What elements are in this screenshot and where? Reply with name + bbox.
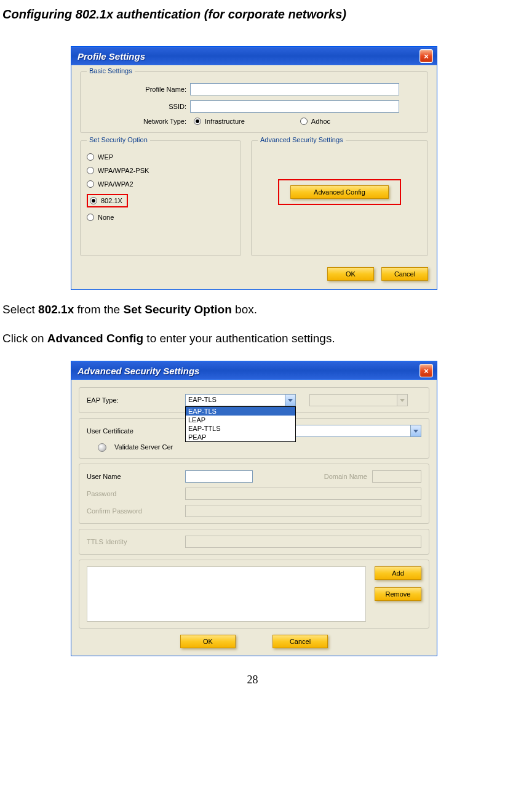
eap-option[interactable]: PEAP (186, 433, 295, 441)
chevron-down-icon[interactable] (410, 425, 421, 436)
ttls-identity-label: TTLS Identity (87, 538, 185, 545)
wep-radio[interactable]: WEP (87, 153, 234, 161)
group-legend: Basic Settings (87, 67, 135, 74)
802-1x-radio[interactable]: 802.1X (89, 196, 126, 206)
eap-option[interactable]: LEAP (186, 416, 295, 424)
close-icon[interactable]: × (420, 49, 433, 63)
radio-label: 802.1X (101, 197, 122, 204)
highlight-802-1x: 802.1X (87, 194, 128, 207)
radio-label: None (98, 214, 114, 221)
cancel-button[interactable]: Cancel (381, 267, 428, 281)
advanced-security-window: Advanced Security Settings × EAP Type: E… (71, 361, 437, 656)
ssid-input[interactable] (190, 100, 399, 113)
profile-name-input[interactable] (190, 83, 399, 95)
eap-sub-dropdown (309, 394, 408, 406)
group-legend: Set Security Option (87, 136, 150, 143)
page-number: 28 (0, 673, 505, 686)
security-option-group: Set Security Option WEP WPA/WPA2-PSK WPA… (80, 140, 241, 256)
cancel-button[interactable]: Cancel (272, 635, 328, 648)
wpa-psk-radio[interactable]: WPA/WPA2-PSK (87, 167, 234, 174)
instruction-2: Click on Advanced Config to enter your a… (0, 330, 505, 348)
radio-label: WPA/WPA2-PSK (98, 167, 149, 174)
ssid-label: SSID: (87, 103, 190, 110)
eap-option[interactable]: EAP-TTLS (186, 424, 295, 433)
radio-label: Infrastructure (205, 118, 245, 125)
window-title: Advanced Security Settings (78, 366, 199, 376)
titlebar: Profile Settings × (71, 47, 437, 65)
window-title: Profile Settings (78, 51, 145, 62)
chevron-down-icon[interactable] (285, 395, 295, 406)
close-icon[interactable]: × (420, 364, 433, 377)
ttls-identity-input (185, 536, 421, 548)
profile-settings-window: Profile Settings × Basic Settings Profil… (71, 46, 437, 290)
adhoc-radio[interactable]: Adhoc (300, 118, 330, 125)
group-legend: Advanced Security Settings (258, 136, 346, 143)
network-type-label: Network Type: (87, 118, 190, 125)
chevron-down-icon (397, 395, 407, 406)
confirm-password-input (185, 505, 421, 517)
password-label: Password (87, 490, 185, 497)
advanced-security-group: Advanced Security Settings Advanced Conf… (251, 140, 428, 256)
eap-type-dropdown[interactable]: EAP-TLS EAP-TLS LEAP EAP-TTLS PEAP (185, 394, 296, 406)
none-radio[interactable]: None (87, 214, 234, 221)
user-name-input[interactable] (185, 470, 253, 483)
basic-settings-group: Basic Settings Profile Name: SSID: Netwo… (80, 71, 428, 133)
instruction-1: Select 802.1x from the Set Security Opti… (0, 301, 505, 319)
domain-name-label: Domain Name (324, 473, 367, 480)
validate-server-label: Validate Server Cer (114, 443, 173, 451)
highlight-advanced-config: Advanced Config (278, 179, 401, 205)
domain-name-input (372, 470, 421, 483)
ok-button[interactable]: OK (180, 635, 236, 648)
eap-option[interactable]: EAP-TLS (186, 407, 295, 416)
confirm-password-label: Confirm Password (87, 507, 185, 515)
infrastructure-radio[interactable]: Infrastructure (194, 118, 245, 125)
radio-label: WEP (98, 153, 113, 161)
eap-type-option-list: EAP-TLS LEAP EAP-TTLS PEAP (185, 406, 296, 442)
certificate-listbox[interactable] (87, 566, 366, 622)
radio-label: Adhoc (311, 118, 330, 125)
profile-name-label: Profile Name: (87, 86, 190, 93)
advanced-config-button[interactable]: Advanced Config (290, 185, 389, 199)
titlebar: Advanced Security Settings × (71, 361, 437, 380)
user-name-label: User Name (87, 473, 185, 480)
radio-label: WPA/WPA2 (98, 180, 133, 188)
remove-button[interactable]: Remove (375, 587, 421, 601)
validate-server-checkbox[interactable] (98, 443, 106, 452)
eap-type-label: EAP Type: (87, 396, 185, 404)
user-cert-label: User Certificate (87, 427, 185, 435)
password-input (185, 488, 421, 500)
ok-button[interactable]: OK (327, 267, 374, 281)
page-heading: Configuring 802.1x authentication (for c… (0, 7, 505, 22)
add-button[interactable]: Add (375, 566, 421, 580)
wpa-radio[interactable]: WPA/WPA2 (87, 180, 234, 188)
